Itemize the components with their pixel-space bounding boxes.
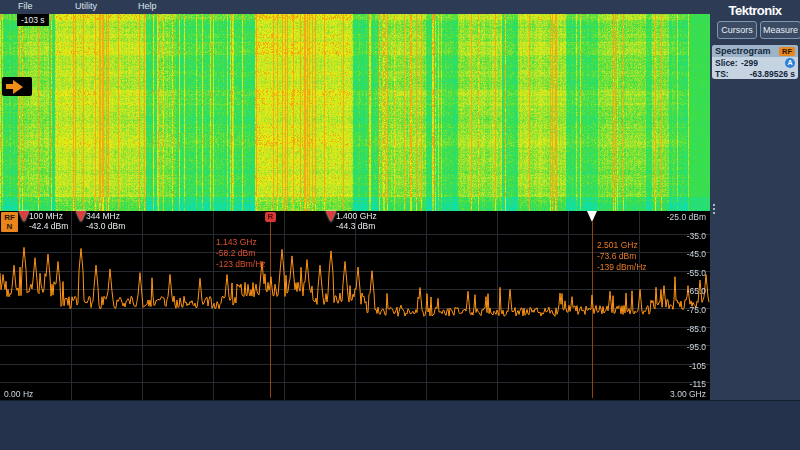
cursor-a-icon: A xyxy=(785,58,795,68)
spectrogram-time-label: -103 s xyxy=(17,14,49,26)
menu-item-file[interactable]: File xyxy=(18,1,33,11)
marker-readout: 1.400 GHz-44.3 dBm xyxy=(336,211,377,231)
cursors-button[interactable]: Cursors xyxy=(717,21,757,39)
spectrum-view[interactable]: RF N 0.00 Hz 3.00 GHz -25.0 dBm-35.0-45.… xyxy=(0,211,710,400)
spectrogram-panel-title: Spectrogram xyxy=(715,46,771,56)
x-axis-end-label: 3.00 GHz xyxy=(670,389,706,399)
y-axis-label: -35.0 xyxy=(687,231,706,241)
cursor-readout: 2.501 GHz-73.6 dBm-139 dBm/Hz xyxy=(597,240,647,273)
cursor-marker[interactable] xyxy=(587,211,597,222)
y-axis-label: -95.0 xyxy=(687,342,706,352)
menu-bar: FileUtilityHelp xyxy=(0,0,710,14)
peak-marker[interactable]: 1.400 GHz-44.3 dBm xyxy=(326,211,336,222)
reference-marker[interactable]: R xyxy=(265,212,276,222)
y-axis-label: -55.0 xyxy=(687,268,706,278)
spectrogram-canvas[interactable] xyxy=(0,14,710,211)
bottom-bar: RF -25.0 dBm 10.0 dB/div Horizontal CF:1… xyxy=(0,400,800,450)
y-axis-label: -105 xyxy=(689,361,706,371)
y-axis-label: -25.0 dBm xyxy=(667,212,706,222)
rf-normal-trace-badge[interactable]: RF N xyxy=(1,212,18,232)
oscilloscope-app: FileUtilityHelp Tektronix Cursors Measur… xyxy=(0,0,800,450)
peak-marker[interactable]: 100 MHz-42.4 dBm xyxy=(19,211,29,222)
menu-item-help[interactable]: Help xyxy=(138,1,157,11)
ts-label: TS: xyxy=(715,69,741,79)
marker-readout: 344 MHz-43.0 dBm xyxy=(86,211,125,231)
y-axis-label: -85.0 xyxy=(687,324,706,334)
y-axis-label: -65.0 xyxy=(687,286,706,296)
measure-button[interactable]: Measure xyxy=(760,21,800,39)
x-axis-start-label: 0.00 Hz xyxy=(4,389,33,399)
y-axis-label: -115 xyxy=(690,379,706,389)
slice-position-marker[interactable] xyxy=(2,77,32,96)
ts-value: -63.89526 s xyxy=(750,69,795,79)
cursor-readout: 1.143 GHz-58.2 dBm-123 dBm/Hz xyxy=(216,237,266,270)
spectrogram-view[interactable]: -103 s xyxy=(0,14,710,211)
rf-badge: RF xyxy=(779,47,795,56)
marker-readout: 100 MHz-42.4 dBm xyxy=(29,211,68,231)
y-axis-label: -45.0 xyxy=(687,249,706,259)
panel-drag-handle-icon[interactable] xyxy=(711,202,717,216)
slice-label: Slice: xyxy=(715,58,741,68)
peak-marker[interactable]: 344 MHz-43.0 dBm xyxy=(76,211,86,222)
brand-logo: Tektronix xyxy=(710,3,800,18)
right-sidebar: Tektronix Cursors Measure Spectrogram RF… xyxy=(710,0,800,400)
spectrogram-info-panel[interactable]: Spectrogram RF Slice: -299 A TS: -63.895… xyxy=(712,45,798,79)
y-axis-label: -75.0 xyxy=(687,305,706,315)
slice-value: -299 xyxy=(741,58,758,68)
slice-arrow-icon xyxy=(6,84,13,89)
menu-item-utility[interactable]: Utility xyxy=(75,1,97,11)
